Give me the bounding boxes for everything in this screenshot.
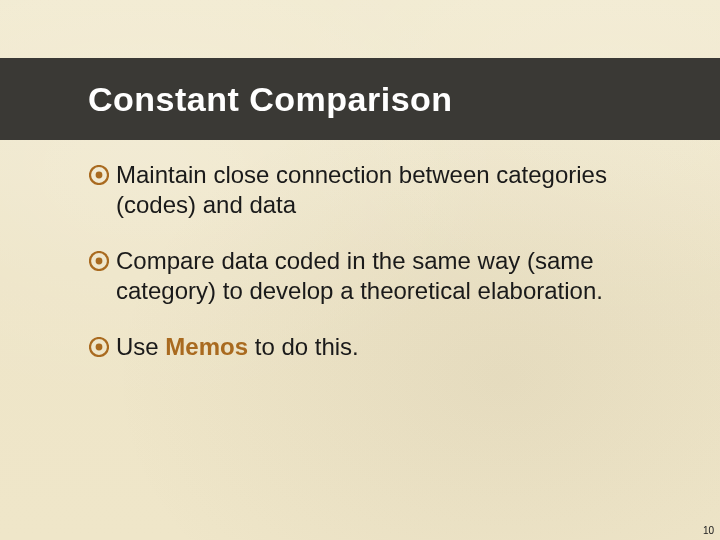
text-pre: Use <box>116 333 165 360</box>
title-bar: Constant Comparison <box>0 58 720 140</box>
list-item-text: Use Memos to do this. <box>116 332 650 362</box>
content-area: Maintain close connection between catego… <box>88 160 650 388</box>
bullet-target-icon <box>88 164 110 186</box>
page-number: 10 <box>703 525 714 536</box>
text-post: to do this. <box>248 333 359 360</box>
list-item: Use Memos to do this. <box>88 332 650 362</box>
svg-point-3 <box>96 258 103 265</box>
page-title: Constant Comparison <box>88 80 453 119</box>
bullet-target-icon <box>88 250 110 272</box>
svg-point-5 <box>96 344 103 351</box>
list-item: Compare data coded in the same way (same… <box>88 246 650 306</box>
svg-point-1 <box>96 172 103 179</box>
bullet-target-icon <box>88 336 110 358</box>
emphasis-memos: Memos <box>165 333 248 360</box>
list-item: Maintain close connection between catego… <box>88 160 650 220</box>
list-item-text: Compare data coded in the same way (same… <box>116 246 650 306</box>
list-item-text: Maintain close connection between catego… <box>116 160 650 220</box>
